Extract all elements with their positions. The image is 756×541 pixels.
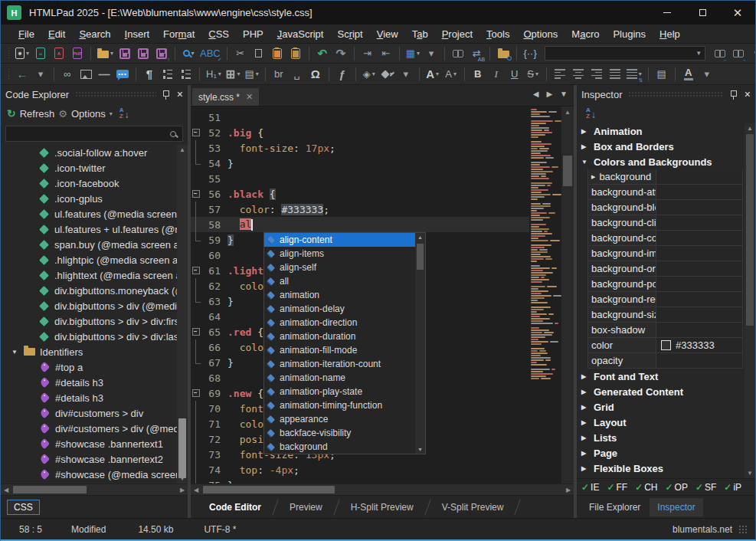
close-button[interactable]: ✕ (720, 1, 755, 25)
div-button[interactable]: ▤ (653, 65, 670, 84)
tree-item[interactable]: #showcase (@media screen ar (1, 467, 177, 482)
code-line-55[interactable]: 55 (191, 171, 529, 186)
close-panel-icon[interactable]: × (177, 89, 183, 100)
find-dialog-button[interactable] (450, 44, 466, 63)
image-button[interactable] (77, 65, 94, 84)
scroll-up-icon[interactable]: ▲ (561, 109, 574, 116)
tree-item[interactable]: div#customers > div (@media (1, 421, 177, 436)
menu-javascript[interactable]: JavaScript (270, 28, 331, 40)
code-line-53[interactable]: 53 font-size: 17px; (191, 140, 529, 156)
property-row[interactable]: background-ori (587, 261, 743, 277)
tab-list-icon[interactable]: ▼ (560, 90, 568, 98)
tree-item[interactable]: ul.features (@media screen an (1, 206, 177, 221)
spell-check-button[interactable]: ABC✓ (198, 44, 222, 63)
code-line-57[interactable]: 57 color: #333333; (191, 202, 529, 217)
tree-item[interactable]: span.buy (@media screen and (1, 237, 177, 252)
autocomplete-item[interactable]: animation-timing-function (264, 398, 415, 412)
symbol-button[interactable]: Ω (307, 65, 324, 84)
inspector-section-box-and-borders[interactable]: ▶Box and Borders (577, 139, 743, 154)
undo-button[interactable]: ↶ (314, 44, 331, 63)
link-button[interactable]: ∞ (59, 65, 76, 84)
autocomplete-item[interactable]: animation-direction (264, 316, 415, 330)
minimap[interactable] (529, 108, 561, 484)
scroll-up-icon[interactable]: ▲ (177, 146, 188, 153)
property-row[interactable]: background-im (587, 246, 743, 261)
tree-item[interactable]: .social-follow a:hover (1, 145, 177, 160)
justify-button[interactable] (607, 65, 623, 84)
tree-item[interactable]: #details h3 (1, 375, 177, 390)
format-overflow-button[interactable]: ▾ (699, 65, 715, 84)
refresh-button[interactable]: Refresh (20, 108, 55, 120)
property-value-cell[interactable]: #333333 (656, 338, 743, 352)
minimize-button[interactable] (650, 1, 685, 25)
autocomplete-item[interactable]: appearance (264, 412, 415, 426)
indent-button[interactable]: ⇥ (359, 44, 376, 63)
new-template-button[interactable]: A (51, 44, 67, 63)
autocomplete-item[interactable]: animation-duration (264, 330, 415, 343)
property-name-cell[interactable]: background-rep (587, 292, 656, 307)
code-line-74[interactable]: 74 top: -4px; (191, 462, 529, 477)
clipboard-button[interactable] (287, 44, 304, 63)
property-name-cell[interactable]: opacity (587, 353, 656, 368)
property-row[interactable]: background-po (587, 277, 743, 292)
editor-vertical-scrollbar[interactable]: ▲ (561, 107, 574, 484)
find-previous-button[interactable]: ← (712, 44, 728, 63)
autocomplete-item[interactable]: animation-play-state (264, 385, 415, 398)
menu-insert[interactable]: Insert (118, 28, 157, 40)
property-value-cell[interactable] (656, 231, 743, 245)
menu-tab[interactable]: Tab (405, 28, 435, 40)
quick-search-input[interactable]: ▼ (540, 44, 710, 63)
chevron-down-icon[interactable]: ▾ (110, 50, 113, 57)
property-name-cell[interactable]: box-shadow (587, 323, 656, 337)
property-value-cell[interactable] (656, 353, 743, 368)
br-button[interactable]: br (270, 65, 287, 84)
tree-item[interactable]: ▼Identifiers (1, 344, 177, 359)
fold-toggle-icon[interactable] (191, 385, 201, 401)
main-overflow-button[interactable]: ▾ (423, 44, 440, 63)
fold-toggle-icon[interactable] (191, 324, 201, 339)
explorer-vertical-scrollbar[interactable]: ▲ ▼ (177, 145, 188, 484)
tab-css[interactable]: CSS (7, 500, 40, 515)
view-tab-preview[interactable]: Preview (277, 499, 335, 516)
strike-button[interactable]: S▾ (525, 65, 542, 84)
property-row[interactable]: box-shadow (587, 323, 743, 338)
paste-button[interactable] (269, 44, 286, 63)
tab-scroll-right-icon[interactable]: ▶ (546, 90, 552, 98)
expand-arrow-icon[interactable]: ▶ (581, 465, 587, 472)
expand-arrow-icon[interactable]: ▶ (581, 450, 587, 457)
inspector-section-font-and-text[interactable]: ▶Font and Text (577, 369, 743, 384)
tag-button[interactable]: ◈▾ (361, 65, 378, 84)
menu-search[interactable]: Search (72, 28, 117, 40)
font-color-button[interactable]: A (680, 65, 697, 84)
autocomplete-item[interactable]: align-items (264, 247, 415, 261)
inspector-section-lists[interactable]: ▶Lists (577, 430, 743, 445)
redo-button[interactable]: ↷ (332, 44, 349, 63)
new-php-button[interactable]: PHP (69, 44, 86, 63)
tree-item[interactable]: .icon-facebook (1, 175, 177, 191)
inspector-section-page[interactable]: ▶Page (577, 445, 743, 461)
panel-tab-file-explorer[interactable]: File Explorer (581, 498, 648, 516)
italic-button[interactable]: I (488, 65, 505, 84)
unordered-list-button[interactable] (159, 65, 176, 84)
inspector-section-animation[interactable]: ▶Animation (577, 123, 743, 139)
property-row[interactable]: background-rep (587, 292, 743, 307)
inspector-section-grid[interactable]: ▶Grid (577, 399, 743, 415)
property-value-cell[interactable] (656, 169, 743, 184)
editor-horizontal-scrollbar[interactable]: ◀ ▶ (191, 484, 574, 495)
property-row[interactable]: background-cli (587, 215, 743, 231)
save-button[interactable] (116, 44, 133, 63)
property-row[interactable]: color#333333 (587, 338, 743, 353)
back-overflow-button[interactable]: ▾ (32, 65, 49, 84)
fold-toggle-icon[interactable] (191, 186, 201, 202)
save-upload-button[interactable]: ↑ (153, 44, 170, 63)
align-right-button[interactable] (588, 65, 605, 84)
chevron-down-icon[interactable]: ▾ (372, 70, 375, 77)
chevron-down-icon[interactable]: ▾ (218, 70, 221, 77)
tree-item[interactable]: .icon-gplus (1, 191, 177, 206)
menu-edit[interactable]: Edit (41, 28, 72, 40)
expand-arrow-icon[interactable]: ▶ (591, 174, 595, 180)
code-line-58[interactable]: 58 al (191, 217, 529, 232)
paragraph-button[interactable]: ¶ (141, 65, 158, 84)
explorer-search-input[interactable] (6, 129, 170, 139)
view-tab-code-editor[interactable]: Code Editor (197, 499, 273, 516)
